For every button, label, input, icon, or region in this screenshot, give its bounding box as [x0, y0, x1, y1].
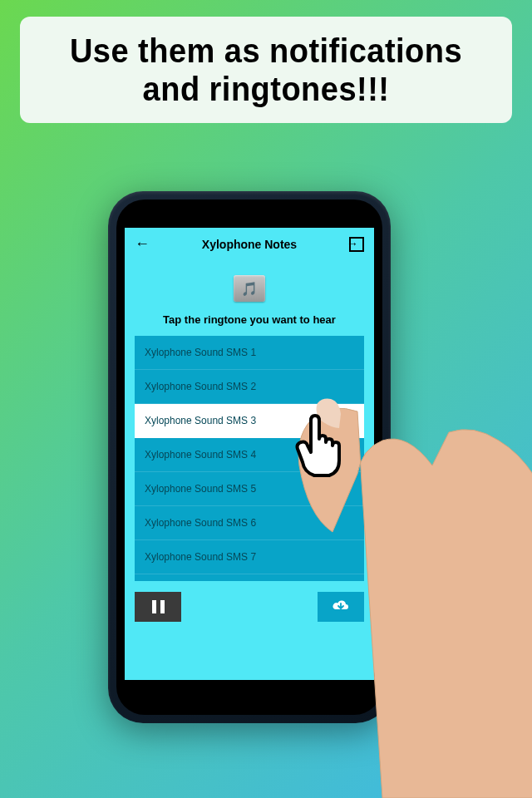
phone-home-indicator — [183, 685, 316, 710]
phone-mockup: ← Xylophone Notes 🎵 Tap the ringtone you… — [108, 191, 391, 723]
exit-button[interactable] — [349, 237, 364, 252]
download-button[interactable] — [318, 592, 364, 622]
list-item[interactable]: Xylophone Sound SMS 4 — [135, 438, 364, 472]
list-item[interactable]: Xylophone Sound SMS 7 — [135, 540, 364, 574]
list-item[interactable]: Xylophone Sound SMS 6 — [135, 506, 364, 540]
phone-notch — [191, 208, 308, 223]
back-button[interactable]: ← — [135, 235, 150, 253]
pause-icon — [152, 600, 165, 613]
promo-text: Use them as notifications and ringtones!… — [48, 32, 484, 108]
cloud-download-icon — [332, 598, 350, 616]
list-item[interactable]: Xylophone Sound SMS 2 — [135, 370, 364, 404]
ringtone-list: Xylophone Sound SMS 1 Xylophone Sound SM… — [135, 336, 364, 581]
app-header: ← Xylophone Notes — [125, 228, 374, 260]
pause-button[interactable] — [135, 592, 181, 622]
list-item[interactable]: Xylophone Sound SMS 3 — [135, 404, 364, 438]
player-controls — [125, 581, 374, 633]
list-item[interactable]: Xylophone Sound SMS 5 — [135, 472, 364, 506]
instruction-text: Tap the ringtone you want to hear — [125, 310, 374, 336]
app-screen: ← Xylophone Notes 🎵 Tap the ringtone you… — [125, 228, 374, 680]
music-note-icon: 🎵 — [234, 275, 265, 302]
promo-banner: Use them as notifications and ringtones!… — [20, 17, 512, 123]
list-item[interactable]: Xylophone Sound SMS 1 — [135, 336, 364, 370]
page-title: Xylophone Notes — [202, 238, 297, 251]
